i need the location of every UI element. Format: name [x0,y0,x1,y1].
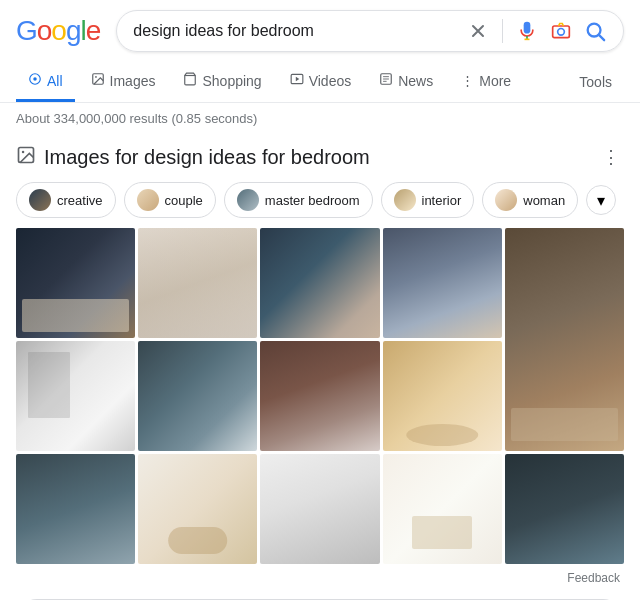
svg-point-9 [95,76,97,78]
feedback-label[interactable]: Feedback [16,569,624,587]
bedroom-image-1[interactable] [16,228,135,338]
chip-woman-thumb [495,189,517,211]
svg-line-5 [599,35,604,40]
voice-search-icon[interactable] [515,19,539,43]
chip-interior-label: interior [422,193,462,208]
videos-icon [290,72,304,89]
bedroom-image-7[interactable] [138,341,257,451]
bedroom-image-8[interactable] [260,341,379,451]
chip-master-thumb [237,189,259,211]
tab-all[interactable]: All [16,62,75,102]
chip-creative-thumb [29,189,51,211]
bedroom-image-2[interactable] [138,228,257,338]
bedroom-image-13[interactable] [383,454,502,564]
tab-more[interactable]: ⋮ More [449,63,523,102]
chip-creative[interactable]: creative [16,182,116,218]
section-options-icon[interactable]: ⋮ [598,142,624,172]
results-info: About 334,000,000 results (0.85 seconds) [0,103,640,134]
chip-master-label: master bedroom [265,193,360,208]
chip-interior[interactable]: interior [381,182,475,218]
search-bar [116,10,624,52]
images-icon [91,72,105,89]
images-title-wrap: Images for design ideas for bedroom [16,145,370,169]
images-section-title: Images for design ideas for bedroom [44,146,370,169]
chip-couple-label: couple [165,193,203,208]
bedroom-image-9[interactable] [383,341,502,451]
images-header: Images for design ideas for bedroom ⋮ [16,142,624,172]
tab-more-label: More [479,73,511,89]
svg-marker-12 [295,77,299,82]
svg-point-7 [33,77,37,81]
tab-images-label: Images [110,73,156,89]
bedroom-image-12[interactable] [260,454,379,564]
bedroom-image-5[interactable] [505,228,624,451]
tab-news-label: News [398,73,433,89]
tab-videos-label: Videos [309,73,352,89]
bedroom-image-6[interactable] [16,341,135,451]
camera-search-icon[interactable] [549,19,573,43]
tab-news[interactable]: News [367,62,445,102]
image-grid: 25 SMART SMALL BEDROOM DECOR IDEAS [16,228,624,567]
filter-chips: creative couple master bedroom interior … [16,182,624,218]
clear-icon[interactable] [466,19,490,43]
google-logo: Google [16,15,100,47]
tab-shopping[interactable]: Shopping [171,62,273,102]
view-all-section: View all → [0,587,640,600]
tab-all-label: All [47,73,63,89]
chip-creative-label: creative [57,193,103,208]
bedroom-image-4[interactable] [383,228,502,338]
news-icon [379,72,393,89]
svg-point-18 [22,151,24,154]
chip-woman-label: woman [523,193,565,208]
chip-couple-thumb [137,189,159,211]
all-icon [28,72,42,89]
chip-couple[interactable]: couple [124,182,216,218]
search-submit-icon[interactable] [583,19,607,43]
svg-point-3 [558,29,565,36]
chips-expand-button[interactable]: ▾ [586,185,616,215]
search-icons [466,19,607,43]
chip-interior-thumb [394,189,416,211]
tools-button[interactable]: Tools [567,64,624,100]
divider [502,19,503,43]
bedroom-image-3[interactable] [260,228,379,338]
bedroom-image-11[interactable] [138,454,257,564]
results-count: About 334,000,000 results (0.85 seconds) [16,111,257,126]
chip-master-bedroom[interactable]: master bedroom [224,182,373,218]
tab-videos[interactable]: Videos [278,62,364,102]
chevron-down-icon: ▾ [597,191,605,210]
chip-woman[interactable]: woman [482,182,578,218]
bedroom-image-10[interactable] [16,454,135,564]
images-section-icon [16,145,36,169]
tab-images[interactable]: Images [79,62,168,102]
search-input[interactable] [133,22,456,40]
more-icon: ⋮ [461,73,474,88]
bedroom-image-14[interactable] [505,454,624,564]
images-section: Images for design ideas for bedroom ⋮ cr… [0,134,640,587]
nav-tabs: All Images Shopping Videos News ⋮ More T… [0,62,640,103]
tab-shopping-label: Shopping [202,73,261,89]
shopping-icon [183,72,197,89]
header: Google [0,0,640,62]
